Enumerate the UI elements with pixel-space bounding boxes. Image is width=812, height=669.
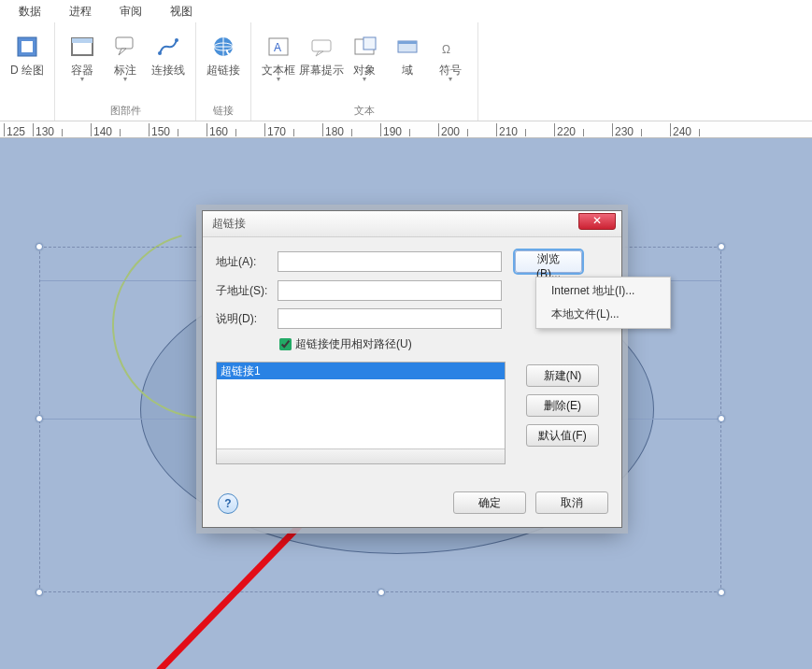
container-icon	[67, 32, 97, 62]
ribbon-tab-strip: 数据 进程 审阅 视图	[0, 0, 812, 22]
tab-data[interactable]: 数据	[13, 1, 47, 22]
object-button[interactable]: 对象▾	[343, 26, 386, 103]
callout-button[interactable]: 标注▾	[104, 26, 147, 103]
relative-path-label: 超链接使用相对路径(U)	[295, 336, 412, 352]
connector-icon	[153, 32, 183, 62]
svg-rect-1	[21, 41, 33, 52]
ribbon-button-label: 屏幕提示	[299, 64, 344, 77]
callout-icon	[110, 32, 140, 62]
browse-popup-menu: Internet 地址(I)... 本地文件(L)...	[535, 277, 671, 329]
description-input[interactable]	[278, 308, 502, 329]
ribbon: D 绘图容器▾标注▾连接线图部件超链接链接A文本框▾屏幕提示对象▾域Ω符号▾文本	[0, 22, 812, 121]
list-item[interactable]: 超链接1	[217, 363, 505, 379]
svg-point-6	[175, 38, 178, 42]
new-button[interactable]: 新建(N)	[526, 364, 599, 387]
selection-handle[interactable]	[718, 415, 725, 422]
tab-review[interactable]: 审阅	[114, 1, 148, 22]
relative-path-checkbox[interactable]	[279, 338, 292, 350]
tab-process[interactable]: 进程	[64, 1, 97, 22]
field-icon	[392, 32, 422, 62]
hyperlink-icon	[208, 32, 238, 62]
tab-view[interactable]: 视图	[164, 1, 198, 22]
ribbon-group-title: 文本	[354, 103, 375, 118]
selection-handle[interactable]	[378, 589, 385, 596]
ribbon-button-label: 超链接	[207, 64, 240, 77]
horizontal-scrollbar[interactable]	[216, 448, 506, 464]
svg-text:Ω: Ω	[442, 43, 450, 56]
delete-button[interactable]: 删除(E)	[526, 394, 599, 417]
selection-handle[interactable]	[718, 243, 725, 250]
svg-rect-13	[363, 37, 376, 50]
svg-rect-11	[312, 40, 331, 51]
ribbon-group-title: 链接	[213, 103, 234, 118]
svg-rect-3	[72, 38, 93, 43]
menu-local-file[interactable]: 本地文件(L)...	[538, 303, 668, 326]
chevron-down-icon: ▾	[123, 75, 127, 83]
description-label: 说明(D):	[216, 311, 278, 327]
object-icon	[349, 32, 379, 62]
field-button[interactable]: 域	[386, 26, 429, 103]
horizontal-ruler: 125130140150160170180190200210220230240	[0, 121, 812, 138]
chevron-down-icon: ▾	[449, 75, 452, 83]
selection-handle[interactable]	[36, 415, 43, 422]
close-button[interactable]: ✕	[578, 213, 616, 230]
hyperlink-listbox[interactable]: 超链接1	[216, 362, 506, 464]
chevron-down-icon: ▾	[80, 75, 84, 83]
menu-internet-address[interactable]: Internet 地址(I)...	[538, 279, 668, 303]
connector-button[interactable]: 连接线	[147, 26, 190, 103]
ribbon-button-label: 连接线	[151, 64, 185, 77]
chevron-down-icon: ▾	[363, 75, 366, 83]
symbol-button[interactable]: Ω符号▾	[429, 26, 472, 103]
close-icon: ✕	[592, 214, 602, 227]
subaddress-label: 子地址(S):	[216, 283, 278, 299]
ribbon-button-label: D 绘图	[10, 64, 44, 77]
selection-handle[interactable]	[36, 589, 43, 596]
hyperlink-button[interactable]: 超链接	[202, 26, 245, 103]
ribbon-group-title: 图部件	[110, 103, 141, 118]
svg-rect-4	[116, 37, 133, 49]
textbox-button[interactable]: A文本框▾	[257, 26, 300, 103]
ribbon-button-label: 域	[402, 64, 413, 77]
default-button[interactable]: 默认值(F)	[526, 424, 599, 447]
subaddress-input[interactable]	[278, 280, 502, 301]
svg-point-5	[158, 51, 162, 55]
dialog-titlebar[interactable]: 超链接 ✕	[203, 211, 621, 237]
ok-button[interactable]: 确定	[453, 491, 526, 514]
dialog-title-text: 超链接	[212, 216, 246, 232]
hyperlink-dialog: 超链接 ✕ 地址(A): 浏览(B)... 子地址(S): 说明(D): 超链接…	[202, 210, 622, 528]
selection-handle[interactable]	[718, 589, 725, 596]
container-button[interactable]: 容器▾	[61, 26, 104, 103]
chevron-down-icon: ▾	[277, 75, 280, 83]
address-input[interactable]	[278, 251, 502, 272]
svg-rect-15	[398, 41, 417, 44]
cad-button[interactable]: D 绘图	[6, 26, 49, 103]
textbox-icon: A	[264, 32, 293, 62]
browse-button[interactable]: 浏览(B)...	[515, 250, 582, 273]
cad-icon	[12, 32, 42, 62]
svg-text:A: A	[274, 41, 281, 54]
screentip-icon	[306, 32, 336, 62]
symbol-icon: Ω	[435, 32, 465, 62]
help-icon[interactable]: ?	[218, 493, 238, 514]
selection-handle[interactable]	[36, 243, 43, 250]
cancel-button[interactable]: 取消	[535, 491, 608, 514]
screentip-button[interactable]: 屏幕提示	[300, 26, 343, 103]
address-label: 地址(A):	[216, 254, 278, 270]
